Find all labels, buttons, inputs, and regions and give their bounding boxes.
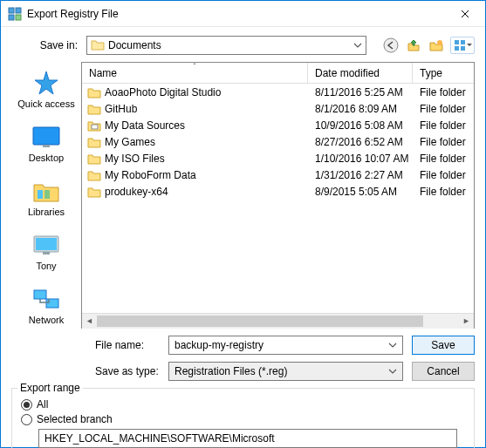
column-header-date[interactable]: Date modified (308, 63, 413, 83)
branch-path-input[interactable]: HKEY_LOCAL_MACHINE\SOFTWARE\Microsoft (38, 429, 457, 448)
folder-icon (86, 169, 103, 181)
svg-rect-6 (455, 40, 459, 44)
toolbar (382, 37, 475, 54)
folder-icon (86, 136, 103, 148)
file-row[interactable]: produkey-x648/9/2015 5:05 AMFile folder (82, 183, 474, 200)
svg-rect-17 (34, 290, 46, 299)
savetype-combo[interactable]: Registration Files (*.reg) (168, 362, 403, 381)
folder-icon (86, 103, 103, 115)
svg-rect-7 (461, 40, 465, 44)
file-name: My ISO Files (103, 153, 308, 165)
save-in-combo[interactable]: Documents (86, 36, 366, 55)
svg-rect-3 (16, 15, 21, 20)
chevron-down-icon (388, 341, 397, 350)
sort-indicator-icon: ˆ (194, 62, 196, 71)
middle-area: Quick access Desktop Libraries (11, 62, 475, 329)
svg-rect-10 (33, 127, 59, 145)
place-user[interactable]: Tony (11, 227, 81, 275)
scroll-right-button[interactable]: ► (459, 314, 474, 329)
save-in-row: Save in: Documents (11, 36, 475, 55)
svg-rect-8 (455, 46, 459, 51)
file-name: My Games (103, 136, 308, 148)
place-desktop[interactable]: Desktop (11, 119, 81, 166)
folder-icon (86, 153, 103, 165)
dialog-content: Save in: Documents (1, 27, 485, 448)
column-header-name[interactable]: Name ˆ (82, 63, 308, 83)
inputs-area: File name: backup-my-registry Save Save … (11, 336, 475, 381)
close-button[interactable] (445, 1, 485, 27)
file-name: produkey-x64 (103, 186, 308, 198)
cancel-button[interactable]: Cancel (412, 362, 475, 381)
folder-icon (86, 186, 103, 198)
save-button[interactable]: Save (412, 336, 475, 355)
place-label: Network (29, 315, 64, 325)
svg-point-4 (384, 38, 398, 52)
save-in-label: Save in: (11, 39, 81, 51)
file-rows: AoaoPhoto Digital Studio8/11/2016 5:25 A… (82, 84, 474, 313)
radio-selected-row[interactable]: Selected branch (21, 413, 465, 425)
file-row[interactable]: My Games8/27/2016 6:52 AMFile folder (82, 133, 474, 150)
place-network[interactable]: Network (11, 282, 81, 329)
svg-rect-16 (43, 252, 50, 255)
svg-rect-12 (38, 190, 43, 199)
scroll-track[interactable] (97, 314, 459, 329)
save-in-value: Documents (108, 39, 161, 51)
svg-rect-9 (461, 46, 465, 51)
registry-icon (8, 7, 22, 21)
file-row[interactable]: My ISO Files1/10/2016 10:07 AMFile folde… (82, 150, 474, 166)
filename-input[interactable]: backup-my-registry (168, 336, 403, 355)
file-name: AoaoPhoto Digital Studio (103, 86, 308, 98)
radio-all-row[interactable]: All (21, 398, 465, 411)
svg-rect-19 (92, 125, 98, 129)
place-label: Quick access (17, 98, 74, 109)
file-date: 10/9/2016 5:08 AM (308, 119, 413, 132)
branch-path-value: HKEY_LOCAL_MACHINE\SOFTWARE\Microsoft (44, 432, 275, 445)
file-type: File folder (413, 136, 474, 148)
horizontal-scrollbar[interactable]: ◄ ► (82, 313, 474, 328)
scroll-left-button[interactable]: ◄ (82, 314, 97, 329)
view-menu-button[interactable] (450, 37, 475, 54)
column-headers: Name ˆ Date modified Type (82, 63, 474, 84)
file-row[interactable]: AoaoPhoto Digital Studio8/11/2016 5:25 A… (82, 84, 474, 100)
radio-all[interactable] (21, 399, 32, 411)
svg-point-5 (437, 40, 442, 45)
file-date: 8/27/2016 6:52 AM (308, 136, 413, 148)
network-icon (31, 285, 62, 313)
place-label: Tony (36, 261, 56, 271)
chevron-down-icon (388, 367, 397, 376)
svg-rect-15 (36, 238, 57, 250)
file-type: File folder (413, 103, 474, 115)
new-folder-button[interactable] (428, 37, 445, 54)
file-date: 8/11/2016 5:25 AM (308, 86, 413, 98)
file-type: File folder (413, 186, 474, 198)
file-row[interactable]: My RoboForm Data1/31/2016 2:27 AMFile fo… (82, 166, 474, 183)
file-date: 8/9/2015 5:05 AM (308, 186, 413, 198)
back-button[interactable] (382, 37, 400, 54)
radio-all-label: All (37, 398, 48, 411)
filename-row: File name: backup-my-registry Save (11, 336, 475, 355)
savetype-label: Save as type: (11, 365, 160, 377)
file-type: File folder (413, 169, 474, 181)
quick-access-icon (31, 69, 62, 97)
file-name: My RoboForm Data (103, 169, 308, 181)
up-one-level-button[interactable] (405, 37, 422, 54)
file-date: 8/1/2016 8:09 AM (308, 103, 413, 115)
file-type: File folder (413, 86, 474, 98)
svg-rect-2 (9, 15, 14, 20)
savetype-row: Save as type: Registration Files (*.reg)… (11, 362, 475, 381)
folder-icon (86, 119, 103, 132)
folder-icon (86, 86, 103, 98)
savetype-value: Registration Files (*.reg) (175, 365, 287, 377)
column-header-type[interactable]: Type (413, 63, 474, 83)
file-date: 1/31/2016 2:27 AM (308, 169, 413, 181)
file-row[interactable]: My Data Sources10/9/2016 5:08 AMFile fol… (82, 117, 474, 133)
file-row[interactable]: GitHub8/1/2016 8:09 AMFile folder (82, 100, 474, 117)
place-label: Desktop (29, 153, 64, 163)
libraries-icon (31, 177, 62, 205)
filename-value: backup-my-registry (175, 339, 264, 351)
scroll-thumb[interactable] (97, 316, 423, 327)
folder-icon (91, 38, 105, 52)
place-libraries[interactable]: Libraries (11, 173, 81, 221)
place-quick-access[interactable]: Quick access (11, 65, 81, 112)
radio-selected-branch[interactable] (21, 414, 32, 425)
